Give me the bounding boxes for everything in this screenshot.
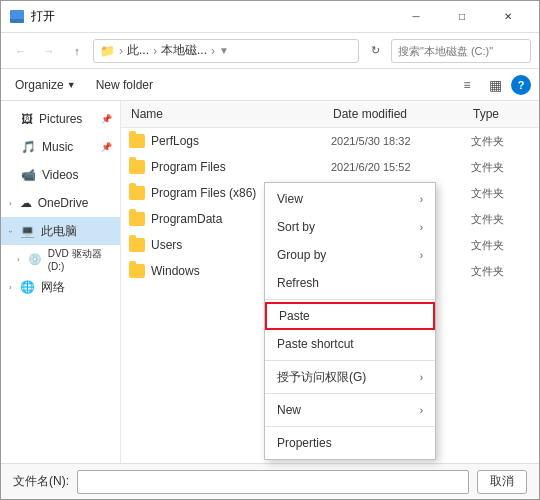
- pictures-icon: 🖼: [21, 112, 33, 126]
- view-toggle-button[interactable]: ≡: [455, 73, 479, 97]
- organize-button[interactable]: Organize ▼: [9, 73, 82, 97]
- thispc-chevron: ›: [6, 230, 15, 233]
- table-row[interactable]: Program Files 2021/6/20 15:52 文件夹: [121, 154, 539, 180]
- file-type: 文件夹: [471, 160, 531, 175]
- cancel-button[interactable]: 取消: [477, 470, 527, 494]
- preview-icon: ▦: [489, 77, 502, 93]
- sidebar-item-videos[interactable]: 📹 Videos: [1, 161, 120, 189]
- menu-item-properties[interactable]: Properties: [265, 429, 435, 457]
- folder-icon: [129, 264, 145, 278]
- onedrive-label: OneDrive: [38, 196, 89, 210]
- sidebar-item-thispc[interactable]: › 💻 此电脑: [1, 217, 120, 245]
- file-name-cell: PerfLogs: [129, 134, 331, 148]
- menu-item-refresh[interactable]: Refresh: [265, 269, 435, 297]
- file-type: 文件夹: [471, 238, 531, 253]
- menu-item-label: Refresh: [277, 276, 319, 290]
- menu-item-view[interactable]: View›: [265, 185, 435, 213]
- toolbar-right: ≡ ▦ ?: [455, 73, 531, 97]
- menu-divider: [265, 426, 435, 427]
- menu-item-label: New: [277, 403, 301, 417]
- file-name: Program Files: [151, 160, 226, 174]
- menu-item-paste[interactable]: Paste: [265, 302, 435, 330]
- forward-button[interactable]: →: [37, 39, 61, 63]
- filename-input[interactable]: [77, 470, 469, 494]
- file-type: 文件夹: [471, 212, 531, 227]
- videos-label: Videos: [42, 168, 78, 182]
- file-type: 文件夹: [471, 134, 531, 149]
- up-button[interactable]: ↑: [65, 39, 89, 63]
- filename-bar: 文件名(N): 打开 取消: [1, 463, 539, 499]
- preview-pane-button[interactable]: ▦: [483, 73, 507, 97]
- new-folder-button[interactable]: New folder: [90, 73, 159, 97]
- file-name: Users: [151, 238, 182, 252]
- menu-item-grant_access[interactable]: 授予访问权限(G)›: [265, 363, 435, 391]
- maximize-button[interactable]: □: [439, 1, 485, 33]
- submenu-arrow: ›: [420, 194, 423, 205]
- music-icon: 🎵: [21, 140, 36, 154]
- menu-item-label: Paste shortcut: [277, 337, 354, 351]
- file-list-header: Name Date modified Type: [121, 101, 539, 128]
- folder-icon: [129, 186, 145, 200]
- menu-item-label: View: [277, 192, 303, 206]
- minimize-button[interactable]: ─: [393, 1, 439, 33]
- menu-item-new[interactable]: New›: [265, 396, 435, 424]
- svg-rect-1: [10, 19, 24, 23]
- file-name: PerfLogs: [151, 134, 199, 148]
- thispc-icon: 💻: [20, 224, 35, 238]
- sidebar-item-dvd[interactable]: › 💿 DVD 驱动器 (D:): [1, 245, 120, 273]
- context-menu: View›Sort by›Group by›RefreshPastePaste …: [264, 182, 436, 460]
- file-name-cell: Program Files: [129, 160, 331, 174]
- sidebar-item-pictures[interactable]: 🖼 Pictures 📌: [1, 105, 120, 133]
- column-type[interactable]: Type: [471, 103, 531, 125]
- submenu-arrow: ›: [420, 372, 423, 383]
- search-input[interactable]: [398, 45, 536, 57]
- refresh-button[interactable]: ↻: [363, 39, 387, 63]
- breadcrumb[interactable]: 📁 › 此... › 本地磁... › ▼: [93, 39, 359, 63]
- window-controls: ─ □ ✕: [393, 1, 531, 33]
- menu-item-sort_by[interactable]: Sort by›: [265, 213, 435, 241]
- table-row[interactable]: PerfLogs 2021/5/30 18:32 文件夹: [121, 128, 539, 154]
- dvd-icon: 💿: [28, 253, 42, 266]
- submenu-arrow: ›: [420, 250, 423, 261]
- network-label: 网络: [41, 279, 65, 296]
- pin-icon-music: 📌: [101, 142, 112, 152]
- menu-divider: [265, 360, 435, 361]
- folder-icon: [129, 160, 145, 174]
- open-dialog: 打开 ─ □ ✕ ← → ↑ 📁 › 此... › 本地磁... › ▼ ↻ 🔍…: [0, 0, 540, 500]
- file-date: 2021/6/20 15:52: [331, 161, 471, 173]
- breadcrumb-part2: 此...: [127, 42, 149, 59]
- toolbar: Organize ▼ New folder ≡ ▦ ?: [1, 69, 539, 101]
- folder-icon: [129, 238, 145, 252]
- column-date[interactable]: Date modified: [331, 103, 471, 125]
- file-type: 文件夹: [471, 186, 531, 201]
- search-box[interactable]: 🔍: [391, 39, 531, 63]
- videos-icon: 📹: [21, 168, 36, 182]
- close-button[interactable]: ✕: [485, 1, 531, 33]
- file-name: Program Files (x86): [151, 186, 256, 200]
- network-chevron: ›: [9, 283, 12, 292]
- network-icon: 🌐: [20, 280, 35, 294]
- sidebar-item-onedrive[interactable]: › ☁ OneDrive: [1, 189, 120, 217]
- file-name: Windows: [151, 264, 200, 278]
- submenu-arrow: ›: [420, 222, 423, 233]
- submenu-arrow: ›: [420, 405, 423, 416]
- menu-item-label: 授予访问权限(G): [277, 369, 366, 386]
- sidebar-item-network[interactable]: › 🌐 网络: [1, 273, 120, 301]
- dvd-label: DVD 驱动器 (D:): [48, 247, 112, 272]
- dvd-chevron: ›: [17, 255, 20, 264]
- menu-item-group_by[interactable]: Group by›: [265, 241, 435, 269]
- menu-item-label: Sort by: [277, 220, 315, 234]
- breadcrumb-part1: 📁: [100, 44, 115, 58]
- menu-divider: [265, 393, 435, 394]
- menu-item-paste_shortcut[interactable]: Paste shortcut: [265, 330, 435, 358]
- column-name[interactable]: Name: [129, 103, 331, 125]
- address-bar: ← → ↑ 📁 › 此... › 本地磁... › ▼ ↻ 🔍: [1, 33, 539, 69]
- help-button[interactable]: ?: [511, 75, 531, 95]
- sidebar-item-music[interactable]: 🎵 Music 📌: [1, 133, 120, 161]
- file-date: 2021/5/30 18:32: [331, 135, 471, 147]
- thispc-label: 此电脑: [41, 223, 77, 240]
- onedrive-chevron: ›: [9, 199, 12, 208]
- menu-item-label: Group by: [277, 248, 326, 262]
- new-folder-label: New folder: [96, 78, 153, 92]
- back-button[interactable]: ←: [9, 39, 33, 63]
